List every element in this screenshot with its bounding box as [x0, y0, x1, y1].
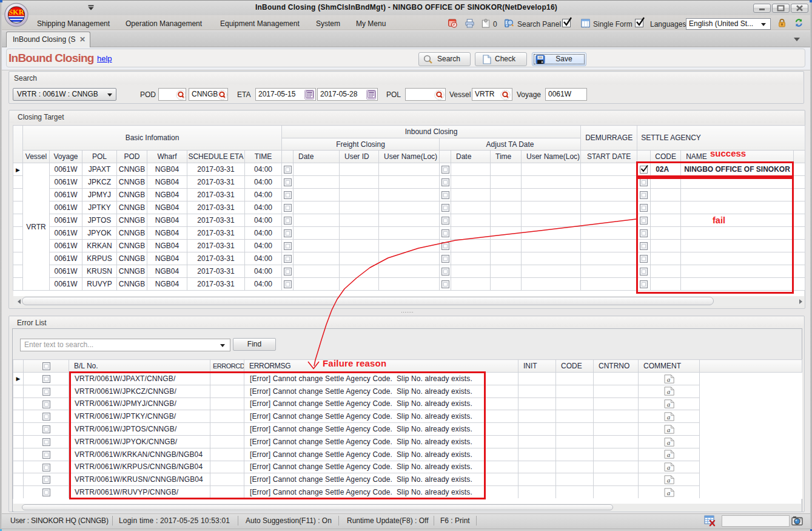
svg-text:a: a — [666, 489, 670, 496]
svg-text:a: a — [666, 388, 670, 395]
svg-text:a: a — [666, 401, 670, 408]
svg-text:a: a — [666, 426, 670, 433]
svg-text:a: a — [666, 464, 670, 471]
svg-text:a: a — [666, 439, 670, 446]
svg-text:a: a — [666, 376, 670, 383]
svg-text:a: a — [666, 413, 670, 421]
svg-text:a: a — [666, 451, 670, 458]
svg-text:a: a — [666, 476, 670, 484]
